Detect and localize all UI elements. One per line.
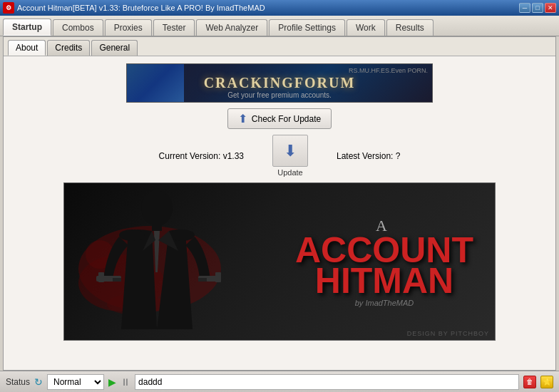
status-bar: Status ↻ Normal Slow Fast ▶ ⏸ 🗑 ⭐ <box>0 371 559 392</box>
close-button[interactable]: ✕ <box>545 3 556 13</box>
about-panel: RS.MU.HF.ES.Even PORN. CRACKINGFORUM Get… <box>4 56 555 370</box>
svg-rect-12 <box>113 278 121 282</box>
tab-tester[interactable]: Tester <box>153 19 195 36</box>
tab-results[interactable]: Results <box>386 19 434 36</box>
tab-work[interactable]: Work <box>347 19 385 36</box>
status-input[interactable] <box>135 374 519 390</box>
status-label: Status <box>6 377 30 387</box>
subtab-about[interactable]: About <box>8 40 46 56</box>
content-panel: About Credits General RS.MU.HF.ES.Even P… <box>3 36 556 371</box>
tab-combos[interactable]: Combos <box>53 19 103 36</box>
design-credit: DESIGN BY PITCHBOY <box>407 330 489 337</box>
version-row: Current Version: v1.33 ⬇ Update Latest V… <box>11 135 548 177</box>
tab-profile-settings[interactable]: Profile Settings <box>269 19 345 36</box>
current-version-value: v1.33 <box>223 151 244 161</box>
tab-proxies[interactable]: Proxies <box>105 19 152 36</box>
svg-rect-7 <box>152 224 162 231</box>
subtab-general[interactable]: General <box>91 40 138 56</box>
tab-web-analyzer[interactable]: Web Analyzer <box>196 19 267 36</box>
hitman-main-title: ACCOUNTHITMAN <box>295 235 473 296</box>
pause-button[interactable]: ⏸ <box>120 376 130 388</box>
tab-startup[interactable]: Startup <box>3 19 51 36</box>
refresh-icon[interactable]: ↻ <box>34 376 43 388</box>
svg-rect-15 <box>198 278 207 282</box>
upload-icon: ⬆ <box>238 112 247 125</box>
minimize-button[interactable]: ─ <box>519 3 530 13</box>
main-tab-bar: Startup Combos Proxies Tester Web Analyz… <box>0 16 559 36</box>
app-icon: ⚙ <box>3 2 14 14</box>
subtab-credits[interactable]: Credits <box>47 40 90 56</box>
svg-rect-14 <box>215 272 221 282</box>
update-label: Update <box>277 168 302 177</box>
play-button[interactable]: ▶ <box>108 376 116 388</box>
star-icon[interactable]: ⭐ <box>540 376 553 388</box>
banner-main-text: CRACKINGFORUM <box>204 75 356 91</box>
forum-banner[interactable]: RS.MU.HF.ES.Even PORN. CRACKINGFORUM Get… <box>126 63 433 103</box>
banner-top-text: RS.MU.HF.ES.Even PORN. <box>349 67 428 74</box>
svg-point-9 <box>169 229 195 241</box>
update-icon: ⬇ <box>272 135 308 167</box>
title-bar: ⚙ Account Hitman[BETA] v1.33: Bruteforce… <box>0 0 559 16</box>
svg-point-6 <box>141 190 173 226</box>
check-update-label: Check For Update <box>252 114 321 124</box>
sub-tab-bar: About Credits General <box>4 37 555 56</box>
latest-version-label: Latest Version: <box>337 151 396 161</box>
current-version-text: Current Version: v1.33 <box>159 151 244 161</box>
svg-point-8 <box>119 229 145 241</box>
maximize-button[interactable]: □ <box>532 3 543 13</box>
hitman-title-block: A ACCOUNTHITMAN by ImadTheMAD <box>295 217 473 307</box>
current-version-label: Current Version: <box>159 151 223 161</box>
check-update-button[interactable]: ⬆ Check For Update <box>227 108 332 129</box>
hitman-image: A ACCOUNTHITMAN by ImadTheMAD DESIGN BY … <box>63 182 496 341</box>
svg-rect-11 <box>98 272 104 282</box>
window-controls: ─ □ ✕ <box>519 3 556 13</box>
title-text: Account Hitman[BETA] v1.33: Bruteforce L… <box>17 4 519 12</box>
latest-version-value: ? <box>396 151 401 161</box>
status-mode-select[interactable]: Normal Slow Fast <box>47 374 104 390</box>
latest-version-text: Latest Version: ? <box>337 151 400 161</box>
update-button[interactable]: ⬇ Update <box>272 135 308 177</box>
banner-subtitle: Get your free premium accounts. <box>127 91 432 99</box>
delete-icon[interactable]: 🗑 <box>523 376 536 388</box>
hitman-silhouette-svg <box>93 187 221 336</box>
